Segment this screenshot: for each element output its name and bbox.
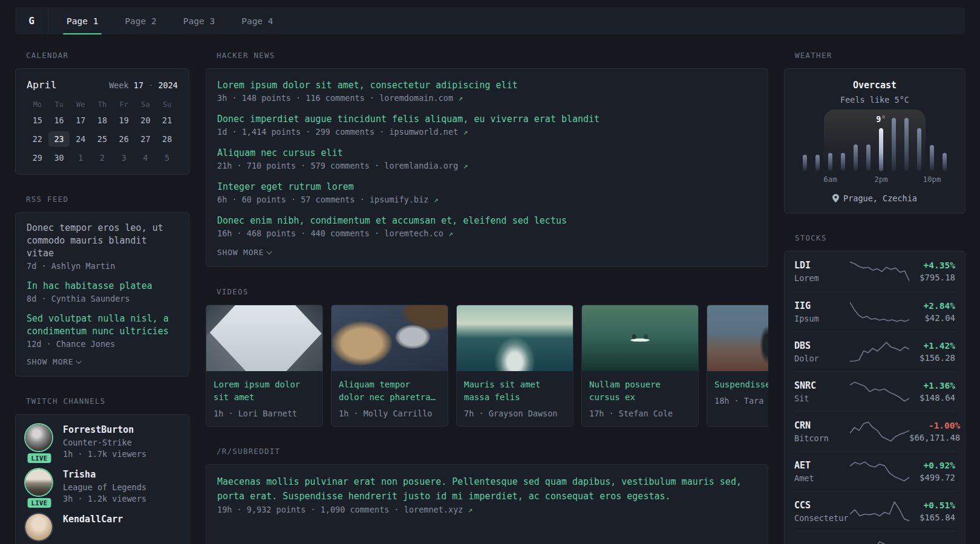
calendar-day: 27 bbox=[135, 131, 157, 147]
stock-values: +1.42% $156.28 bbox=[909, 341, 955, 363]
stock-row[interactable]: IIG Ipsum +2.84% $42.04 bbox=[794, 291, 955, 331]
stock-change: +2.84% bbox=[909, 301, 955, 311]
stock-ticker[interactable]: CCS bbox=[794, 500, 850, 511]
stock-change: +1.42% bbox=[909, 341, 955, 351]
video-body: Nullam posuere cursus ex 17h · Stefan Co… bbox=[582, 371, 698, 426]
external-link-icon[interactable]: ↗ bbox=[463, 128, 468, 137]
weather-bar bbox=[828, 153, 832, 171]
weather-bar bbox=[942, 153, 947, 171]
stock-values: +4.35% $795.18 bbox=[909, 261, 955, 282]
stock-values: +0.51% $165.84 bbox=[909, 500, 955, 522]
video-thumbnail[interactable] bbox=[332, 305, 448, 371]
calendar-day: 26 bbox=[113, 131, 135, 147]
weekday-label: Fr bbox=[113, 100, 135, 109]
stock-change: +1.36% bbox=[909, 381, 955, 390]
stock-ticker[interactable]: SNRC bbox=[794, 380, 850, 391]
weather-bar-slot bbox=[887, 118, 900, 171]
video-thumbnail[interactable] bbox=[206, 305, 322, 371]
rss-item-title[interactable]: In hac habitasse platea bbox=[27, 280, 178, 293]
stock-row[interactable]: CCS Consectetur +0.51% $165.84 bbox=[794, 491, 955, 531]
hn-item-title[interactable]: Lorem ipsum dolor sit amet, consectetur … bbox=[217, 79, 757, 92]
external-link-icon[interactable]: ↗ bbox=[434, 195, 439, 204]
weather-bar-slot bbox=[900, 118, 913, 171]
rss-item-title[interactable]: Sed volutpat nulla nisl, a condimentum n… bbox=[27, 312, 178, 338]
nav-tab[interactable]: Page 1 bbox=[53, 7, 111, 34]
video-thumbnail[interactable] bbox=[457, 305, 573, 371]
stock-ticker[interactable]: DBS bbox=[794, 340, 850, 351]
video-title[interactable]: Suspendisse diam bbox=[714, 378, 768, 391]
stock-row[interactable]: CRN Bitcorn -1.00% $66,171.48 bbox=[794, 411, 955, 451]
stock-id: IIG Ipsum bbox=[794, 300, 850, 323]
external-link-icon[interactable]: ↗ bbox=[463, 161, 468, 170]
external-link-icon[interactable]: ↗ bbox=[468, 505, 473, 514]
stock-sparkline bbox=[850, 420, 909, 443]
channel-name[interactable]: KendallCarr bbox=[63, 514, 123, 525]
nav-tab[interactable]: Page 2 bbox=[111, 7, 169, 34]
stock-price: $156.28 bbox=[909, 353, 955, 363]
hn-card: Lorem ipsum dolor sit amet, consectetur … bbox=[206, 68, 768, 267]
stock-row[interactable]: LDI Lorem +4.35% $795.18 bbox=[794, 251, 955, 291]
stock-ticker[interactable]: LDI bbox=[794, 260, 850, 271]
video-row: Lorem ipsum dolor sit amet consectetu… 1… bbox=[206, 305, 768, 427]
external-link-icon[interactable]: ↗ bbox=[448, 229, 453, 238]
stock-row[interactable]: AET Amet +0.92% $499.72 bbox=[794, 451, 955, 491]
stock-sparkline bbox=[850, 300, 909, 323]
video-title[interactable]: Nullam posuere cursus ex bbox=[589, 378, 691, 404]
video-title[interactable]: Aliquam tempor dolor nec pharetra… bbox=[339, 378, 440, 404]
external-link-icon[interactable]: ↗ bbox=[458, 94, 463, 103]
stock-ticker[interactable]: CRN bbox=[794, 420, 850, 431]
stock-row[interactable]: AHS +0.46% bbox=[794, 531, 955, 544]
rss-show-more-button[interactable]: SHOW MORE bbox=[27, 357, 178, 366]
video-thumbnail[interactable] bbox=[707, 305, 768, 371]
stock-id: DBS Dolor bbox=[794, 340, 850, 363]
video-thumbnail[interactable] bbox=[582, 305, 698, 371]
hn-item: Donec imperdiet augue tincidunt felis al… bbox=[217, 112, 757, 137]
stock-id: CRN Bitcorn bbox=[794, 420, 850, 443]
hn-item-title[interactable]: Aliquam nec cursus elit bbox=[217, 146, 757, 160]
nav-tab[interactable]: Page 4 bbox=[228, 7, 286, 34]
video-card[interactable]: Mauris sit amet massa felis 7h · Grayson… bbox=[456, 305, 573, 427]
calendar-day: 23 bbox=[48, 131, 70, 147]
stock-name: Sit bbox=[794, 393, 850, 403]
video-title[interactable]: Lorem ipsum dolor sit amet consectetu… bbox=[214, 378, 315, 404]
channel-name[interactable]: ForrestBurton bbox=[63, 424, 146, 435]
hn-item-title[interactable]: Donec imperdiet augue tincidunt felis al… bbox=[217, 112, 757, 126]
stock-change: +4.35% bbox=[909, 261, 955, 270]
calendar-day: 21 bbox=[156, 112, 178, 128]
hn-item-meta: 3h · 148 points · 116 comments · loremdo… bbox=[217, 93, 757, 103]
calendar-day: 29 bbox=[27, 150, 48, 166]
video-card[interactable]: Aliquam tempor dolor nec pharetra… 1h · … bbox=[331, 305, 448, 427]
video-title[interactable]: Mauris sit amet massa felis bbox=[464, 378, 566, 404]
hn-item-title[interactable]: Donec enim nibh, condimentum et accumsan… bbox=[217, 214, 757, 227]
stock-row[interactable]: SNRC Sit +1.36% $148.64 bbox=[794, 371, 955, 411]
nav-tab[interactable]: Page 3 bbox=[170, 7, 228, 34]
twitch-channel-row[interactable]: LIVE KendallCarr bbox=[25, 514, 179, 540]
stock-ticker[interactable]: AET bbox=[794, 460, 850, 471]
video-card[interactable]: Nullam posuere cursus ex 17h · Stefan Co… bbox=[581, 305, 699, 427]
rss-item-meta: 12d · Chance Jones bbox=[27, 339, 178, 349]
chevron-down-icon bbox=[267, 248, 273, 254]
rss-item: Donec tempor eros leo, ut commodo mauris… bbox=[27, 222, 178, 271]
video-card[interactable]: Suspendisse diam 18h · Tara bbox=[707, 305, 768, 427]
calendar-day: 3 bbox=[113, 150, 135, 166]
hacker-news-widget: HACKER NEWS Lorem ipsum dolor sit amet, … bbox=[206, 51, 768, 267]
stock-name: Amet bbox=[794, 473, 850, 483]
rss-list: Donec tempor eros leo, ut commodo mauris… bbox=[27, 222, 178, 349]
subreddit-post-meta: 19h · 9,932 points · 1,090 comments · lo… bbox=[217, 505, 757, 514]
stock-values: -1.00% $66,171.48 bbox=[909, 421, 960, 442]
weather-bar-slot bbox=[849, 118, 862, 171]
stock-row[interactable]: DBS Dolor +1.42% $156.28 bbox=[794, 331, 955, 371]
video-card[interactable]: Lorem ipsum dolor sit amet consectetu… 1… bbox=[206, 305, 323, 427]
calendar-widget: CALENDAR April Week 17 · 2024 MoTuWeThFr… bbox=[15, 51, 189, 175]
subreddit-post-title[interactable]: Maecenas mollis pulvinar erat non posuer… bbox=[217, 474, 757, 504]
weekday-label: Mo bbox=[27, 100, 48, 109]
twitch-channel-row[interactable]: LIVE ForrestBurton Counter-Strike 1h · 1… bbox=[25, 424, 179, 459]
stock-ticker[interactable]: IIG bbox=[794, 300, 850, 311]
app-logo[interactable]: G bbox=[15, 7, 48, 34]
hn-show-more-button[interactable]: SHOW MORE bbox=[217, 248, 757, 257]
channel-name[interactable]: Trisha bbox=[63, 469, 146, 480]
rss-item-title[interactable]: Donec tempor eros leo, ut commodo mauris… bbox=[27, 222, 178, 260]
twitch-channel-row[interactable]: LIVE Trisha League of Legends 3h · 1.2k … bbox=[25, 469, 179, 504]
hn-item-title[interactable]: Integer eget rutrum lorem bbox=[217, 180, 757, 193]
calendar-section-label: CALENDAR bbox=[26, 51, 189, 60]
